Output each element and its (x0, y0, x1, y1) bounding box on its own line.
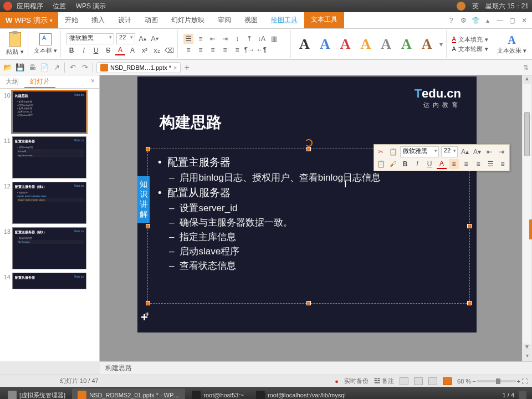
new-doc-icon[interactable]: + (184, 63, 189, 73)
side-drawer-handle[interactable] (529, 219, 532, 239)
mini-indent-dec-icon[interactable]: ⇤ (484, 147, 494, 157)
resize-handle[interactable] (467, 224, 472, 228)
view-reading-icon[interactable] (428, 377, 437, 385)
redo-icon[interactable]: ↷ (80, 63, 89, 72)
thumb-10[interactable]: Tedu.cn构建思路• 配置主服务器- 启用binlog日志• 配置从服务器-… (12, 91, 86, 133)
print-icon[interactable]: 🖶 (28, 63, 37, 72)
zoom-in-icon[interactable]: + (517, 378, 520, 385)
resize-handle[interactable] (306, 301, 311, 305)
style-a1[interactable]: A (296, 34, 313, 54)
cloud-sync-icon[interactable]: ⇅ (523, 64, 529, 71)
style-a2[interactable]: A (317, 34, 333, 54)
ribbon-collapse-icon[interactable]: ▴ (482, 17, 493, 24)
thumbnails[interactable]: 10 Tedu.cn构建思路• 配置主服务器- 启用binlog日志• 配置从服… (0, 89, 99, 361)
tab-slideshow[interactable]: 幻灯片放映 (165, 12, 211, 28)
mini-font-select[interactable]: 微软雅黑 (400, 146, 439, 157)
ime-indicator[interactable]: 英 (472, 2, 479, 11)
mini-font-color-button[interactable]: A (437, 159, 447, 169)
align-justify-button[interactable]: ≡ (220, 45, 230, 55)
menu-wps[interactable]: WPS 演示 (76, 2, 106, 10)
mini-align-center-button[interactable]: ≡ (461, 159, 471, 169)
number-list-button[interactable]: ≡ (196, 34, 206, 44)
textbox-button[interactable]: A 文本框 ▾ (34, 33, 57, 55)
scroll-thumb[interactable] (524, 112, 530, 156)
ltr-button[interactable]: ¶→ (244, 45, 254, 55)
strike-button[interactable]: S (103, 45, 113, 55)
zoom-slider[interactable] (477, 380, 516, 382)
menu-places[interactable]: 位置 (53, 2, 66, 10)
superscript-button[interactable]: x² (140, 45, 150, 55)
task-terminal-2[interactable]: root@localhost:/var/lib/mysql (250, 388, 351, 399)
next-slide-icon[interactable]: ▾ (522, 352, 532, 361)
mini-bold-button[interactable]: B (400, 159, 410, 169)
tab-draw-tools[interactable]: 绘图工具 (264, 12, 304, 28)
vertical-scrollbar[interactable]: ▲ ▼ ▾ (522, 75, 532, 361)
mini-align-left-button[interactable]: ≡ (449, 159, 459, 169)
text-effect-button[interactable]: A 文本效果 ▾ (497, 34, 526, 55)
mini-toolbar[interactable]: ✂ 📋 微软雅黑 22 A▴ A▾ ⇤ ⇥ 📋 🖌 B I U A ≡ ≡ ≡ … (374, 144, 510, 171)
notes-button[interactable]: ☳ 备注 (374, 377, 394, 385)
subscript-button[interactable]: x₂ (152, 45, 162, 55)
print-preview-icon[interactable]: 📄 (40, 63, 49, 72)
scroll-down-icon[interactable]: ▼ (522, 344, 532, 352)
highlight-button[interactable]: A (127, 45, 137, 55)
italic-button[interactable]: I (79, 45, 89, 55)
tray-pager[interactable]: 1 / 4 (503, 392, 514, 398)
thumb-14[interactable]: Tedu.cn配置从服务器 (12, 273, 86, 289)
decrease-font-icon[interactable]: A▾ (150, 34, 160, 44)
rtl-button[interactable]: ←¶ (257, 45, 267, 55)
update-icon[interactable] (457, 2, 466, 11)
text-direction-button[interactable]: ↓A (257, 34, 267, 44)
columns-button[interactable]: ▥ (269, 34, 279, 44)
style-a5[interactable]: A (378, 34, 394, 54)
help-icon[interactable]: ? (446, 17, 457, 24)
resize-handle[interactable] (146, 224, 150, 228)
style-a7[interactable]: A (419, 34, 435, 54)
bullet-list-button[interactable]: ☰ (183, 34, 193, 44)
slides-tab[interactable]: 幻灯片 (24, 75, 55, 88)
style-a4[interactable]: A (357, 34, 374, 54)
mini-italic-button[interactable]: I (412, 159, 422, 169)
mini-shrink-font-icon[interactable]: A▾ (472, 147, 482, 157)
mini-align-right-button[interactable]: ≡ (473, 159, 483, 169)
mini-grow-font-icon[interactable]: A▴ (460, 147, 470, 157)
backup-status[interactable]: 实时备份 (344, 377, 369, 385)
text-outline-button[interactable]: A文本轮廓 ▾ (452, 45, 488, 53)
style-a3[interactable]: A (337, 34, 354, 54)
align-center-button[interactable]: ≡ (196, 45, 206, 55)
mini-number-button[interactable]: ≡ (498, 159, 508, 169)
tab-home[interactable]: 开始 (58, 12, 85, 28)
style-a6[interactable]: A (398, 34, 415, 54)
resize-handle[interactable] (306, 147, 311, 151)
increase-font-icon[interactable]: A▴ (137, 34, 147, 44)
document-tab[interactable]: NSD_RDBM…1.pptx * × (96, 62, 181, 73)
menu-apps[interactable]: 应用程序 (17, 2, 43, 10)
paste-button[interactable]: 粘贴 ▾ (6, 32, 24, 56)
mini-underline-button[interactable]: U (424, 159, 434, 169)
view-normal-icon[interactable] (400, 377, 408, 385)
align-left-button[interactable]: ≡ (183, 45, 193, 55)
mini-bullet-button[interactable]: ☰ (485, 159, 495, 169)
resize-handle[interactable] (146, 147, 150, 151)
task-vm-manager[interactable]: [虚拟系统管理器] (2, 388, 71, 399)
app-launcher-icon[interactable] (3, 2, 12, 11)
resize-handle[interactable] (467, 301, 472, 305)
zoom-out-icon[interactable]: − (472, 378, 475, 385)
text-placeholder[interactable]: 配置主服务器 启用binlog日志、授权用户、查看binlog日志信息 配置从服… (147, 149, 470, 304)
thumb-12[interactable]: Tedu.cn配置主服务器（续1）• 授权用户mysql> grant repl… (12, 182, 86, 224)
clear-format-button[interactable]: ⌫ (164, 45, 174, 55)
tab-view[interactable]: 视图 (238, 12, 264, 28)
cut-icon[interactable]: ✂ (376, 147, 386, 157)
line-spacing-button[interactable]: ↕ (232, 34, 242, 44)
maximize-button[interactable]: ▢ (507, 17, 518, 24)
panel-close-icon[interactable]: × (86, 75, 99, 88)
underline-button[interactable]: U (91, 45, 101, 55)
slide-canvas[interactable]: Tedu.cn 达内教育 构建思路 知识讲解 配置主服务器 启用binlog日志… (100, 75, 532, 361)
paste-icon[interactable]: 📋 (376, 159, 386, 169)
open-icon[interactable]: 📂 (3, 63, 12, 72)
align-right-button[interactable]: ≡ (208, 45, 218, 55)
indent-inc-button[interactable]: ⇥ (220, 34, 230, 44)
rotate-handle-icon[interactable] (305, 139, 313, 147)
wps-menu-button[interactable]: W WPS 演示▾ (0, 12, 58, 28)
undo-icon[interactable]: ↶ (68, 63, 77, 72)
